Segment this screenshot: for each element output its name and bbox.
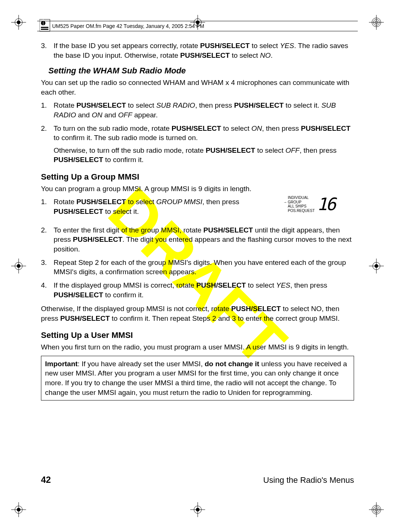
heading-user-mmsi: Setting Up a User MMSI [41, 330, 354, 341]
list-body: To enter the first digit of the group MM… [54, 225, 354, 254]
list-number: 3. [41, 41, 54, 60]
lcd-display: →INDIVIDUAL →GROUP →ALL SHIPS →POS.REQUE… [283, 196, 354, 213]
list-number: 3. [41, 258, 54, 277]
list-item: 4. If the displayed group MMSI is correc… [41, 281, 354, 300]
crop-mark-icon [190, 502, 205, 517]
crop-mark-icon [11, 15, 26, 30]
list-body: Rotate PUSH/SELECT to select SUB RADIO, … [54, 101, 354, 120]
list-number: 2. [41, 124, 54, 165]
list-body: If the displayed group MMSI is correct, … [54, 281, 354, 300]
paragraph: Otherwise, If the displayed group MMSI i… [41, 304, 354, 323]
lcd-channel-number: 16 [317, 196, 334, 213]
lcd-item: ALL SHIPS [288, 204, 306, 208]
list-item: 3. Repeat Step 2 for each of the group M… [41, 258, 354, 277]
page-content: 3. If the base ID you set appears correc… [41, 41, 354, 491]
crop-mark-icon [369, 15, 384, 30]
intro-text: You can program a group MMSI. A group MM… [41, 184, 354, 194]
list-body: To turn on the sub radio mode, rotate PU… [54, 124, 354, 165]
page-footer: 42 Using the Radio's Menus [41, 475, 354, 485]
heading-group-mmsi: Setting Up a Group MMSI [41, 171, 354, 183]
footer-title: Using the Radio's Menus [263, 475, 354, 485]
step-text: To turn on the sub radio mode, rotate PU… [54, 124, 350, 142]
list-body: →INDIVIDUAL →GROUP →ALL SHIPS →POS.REQUE… [54, 197, 354, 216]
crop-mark-icon [11, 259, 26, 273]
list-item: 3. If the base ID you set appears correc… [41, 41, 354, 60]
intro-text: You can set up the radio so connected WH… [41, 78, 354, 97]
list-body: Repeat Step 2 for each of the group MMSI… [54, 258, 354, 277]
step-text: Rotate PUSH/SELECT to select GROUP MMSI,… [54, 198, 239, 215]
lcd-item: POS.REQUEST [288, 209, 315, 213]
list-number: 4. [41, 281, 54, 300]
page-header: UM525 Paper OM.fm Page 42 Tuesday, Janua… [37, 21, 358, 31]
list-number: 1. [41, 101, 54, 120]
lcd-item: GROUP [288, 200, 302, 204]
list-number: 2. [41, 225, 54, 254]
subheading-wham: Setting the WHAM Sub Radio Mode [48, 65, 354, 76]
crop-mark-icon [369, 502, 384, 517]
step-extra: Otherwise, to turn off the sub radio mod… [54, 146, 354, 165]
crop-mark-icon [369, 259, 384, 273]
lcd-item: INDIVIDUAL [288, 196, 309, 200]
important-note-box: Important: If you have already set the u… [41, 356, 354, 401]
list-item: 2. To enter the first digit of the group… [41, 225, 354, 254]
lcd-menu-list: →INDIVIDUAL →GROUP →ALL SHIPS →POS.REQUE… [283, 196, 315, 213]
list-number: 1. [41, 197, 54, 216]
list-item: 1. Rotate PUSH/SELECT to select SUB RADI… [41, 101, 354, 120]
intro-text: When you first turn on the radio, you mu… [41, 342, 354, 352]
crop-mark-icon [11, 502, 26, 517]
header-text: UM525 Paper OM.fm Page 42 Tuesday, Janua… [52, 23, 204, 29]
list-item: 2. To turn on the sub radio mode, rotate… [41, 124, 354, 165]
arrow-right-icon: → [283, 200, 287, 204]
list-item: 1. →INDIVIDUAL →GROUP →ALL SHIPS →POS.RE… [41, 197, 354, 216]
page-number: 42 [41, 475, 51, 485]
list-body: If the base ID you set appears correctly… [54, 41, 354, 60]
